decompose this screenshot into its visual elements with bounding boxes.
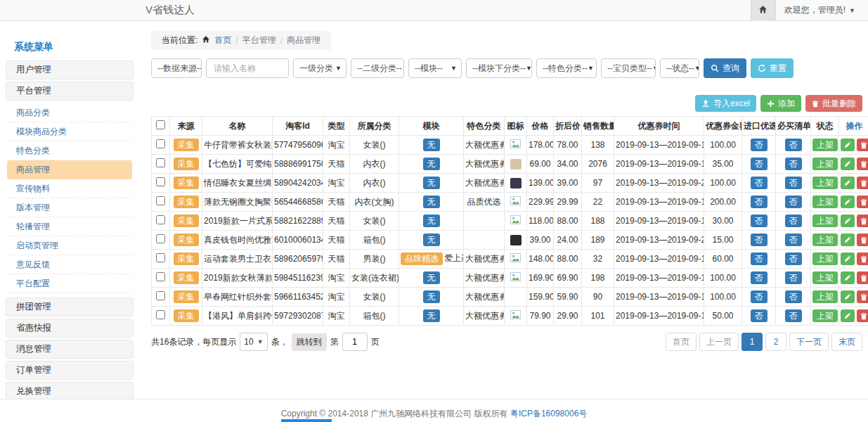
edit-button[interactable] (841, 215, 855, 227)
select-all-checkbox[interactable] (156, 120, 165, 129)
search-button[interactable]: 查询 (704, 58, 746, 78)
edit-button[interactable] (841, 271, 855, 284)
sidebar-item-模块商品分类[interactable]: 模块商品分类 (7, 122, 132, 141)
module-badge[interactable]: 无 (423, 290, 440, 303)
sidebar-item-特色分类[interactable]: 特色分类 (7, 141, 132, 160)
module-badge[interactable]: 无 (423, 177, 440, 189)
module-badge[interactable]: 品牌精选 (401, 252, 443, 265)
row-checkbox[interactable] (156, 215, 165, 224)
导入excel-button[interactable]: 导入excel (695, 95, 756, 112)
name-search-input[interactable] (206, 58, 289, 78)
delete-button[interactable] (857, 177, 868, 189)
row-checkbox[interactable] (156, 158, 165, 167)
sidebar-section-平台管理[interactable]: 平台管理 (6, 82, 134, 101)
row-checkbox[interactable] (156, 139, 165, 148)
import-select-toggle[interactable]: 否 (751, 177, 767, 189)
module-badge[interactable]: 无 (423, 196, 440, 208)
sidebar-item-版本管理[interactable]: 版本管理 (7, 198, 132, 217)
module-badge[interactable]: 无 (423, 139, 440, 151)
icp-link[interactable]: 粤ICP备16098006号 (510, 409, 587, 418)
status-badge[interactable]: 上架 (812, 139, 838, 151)
page-button-上一页[interactable]: 上一页 (699, 333, 739, 351)
sidebar-section-拼团管理[interactable]: 拼团管理 (6, 298, 134, 316)
filter-select-数据来源[interactable]: --数据来源--▼ (151, 58, 202, 78)
sidebar-section-订单管理[interactable]: 订单管理 (6, 361, 134, 380)
module-badge[interactable]: 无 (423, 158, 440, 170)
status-badge[interactable]: 上架 (812, 309, 838, 322)
jump-page-input[interactable] (342, 333, 368, 351)
delete-button[interactable] (857, 252, 868, 265)
page-button-2[interactable]: 2 (765, 333, 786, 351)
filter-select-模块[interactable]: --模块--▼ (408, 58, 462, 78)
sidebar-item-平台配置[interactable]: 平台配置 (7, 274, 132, 293)
import-select-toggle[interactable]: 否 (751, 215, 767, 227)
row-checkbox[interactable] (156, 177, 165, 186)
status-badge[interactable]: 上架 (812, 290, 838, 303)
filter-select-宝贝类型[interactable]: --宝贝类型--▼ (601, 58, 656, 78)
user-menu[interactable]: 欢迎您，管理员! ▼ (776, 4, 868, 16)
status-badge[interactable]: 上架 (812, 196, 838, 208)
import-select-toggle[interactable]: 否 (751, 252, 767, 265)
status-badge[interactable]: 上架 (812, 177, 838, 189)
filter-select-模块下分类[interactable]: --模块下分类--▼ (466, 58, 532, 78)
delete-button[interactable] (857, 309, 868, 322)
edit-button[interactable] (841, 234, 855, 246)
must-buy-toggle[interactable]: 否 (785, 215, 802, 227)
sidebar-item-启动页管理[interactable]: 启动页管理 (7, 236, 132, 255)
reset-button[interactable]: 重置 (751, 58, 793, 78)
import-select-toggle[interactable]: 否 (751, 271, 767, 284)
edit-button[interactable] (841, 196, 855, 208)
status-badge[interactable]: 上架 (812, 215, 838, 227)
row-checkbox[interactable] (156, 253, 165, 262)
row-checkbox[interactable] (156, 310, 165, 319)
delete-button[interactable] (857, 158, 868, 170)
must-buy-toggle[interactable]: 否 (785, 234, 802, 246)
edit-button[interactable] (841, 290, 855, 303)
must-buy-toggle[interactable]: 否 (785, 290, 802, 303)
must-buy-toggle[interactable]: 否 (785, 252, 802, 265)
must-buy-toggle[interactable]: 否 (785, 309, 802, 322)
import-select-toggle[interactable]: 否 (751, 158, 767, 170)
delete-button[interactable] (857, 271, 868, 284)
delete-button[interactable] (857, 215, 868, 227)
delete-button[interactable] (857, 139, 868, 151)
must-buy-toggle[interactable]: 否 (785, 177, 802, 189)
sidebar-item-宣传物料[interactable]: 宣传物料 (7, 179, 132, 198)
module-badge[interactable]: 无 (423, 309, 440, 322)
delete-button[interactable] (857, 234, 868, 246)
home-button[interactable] (751, 0, 776, 21)
批量删除-button[interactable]: 批量删除 (805, 95, 862, 112)
row-checkbox[interactable] (156, 291, 165, 300)
row-checkbox[interactable] (156, 196, 165, 205)
page-button-下一页[interactable]: 下一页 (789, 333, 829, 351)
edit-button[interactable] (841, 309, 855, 322)
filter-select-特色分类[interactable]: --特色分类--▼ (536, 58, 597, 78)
sidebar-section-用户管理[interactable]: 用户管理 (6, 60, 134, 79)
filter-select-二级分类[interactable]: --二级分类--▼ (351, 58, 404, 78)
sidebar-section-兑换管理[interactable]: 兑换管理 (6, 382, 134, 401)
import-select-toggle[interactable]: 否 (751, 139, 767, 151)
module-badge[interactable]: 无 (423, 215, 440, 227)
must-buy-toggle[interactable]: 否 (785, 196, 802, 208)
filter-select-状态[interactable]: --状态--▼ (660, 58, 699, 78)
import-select-toggle[interactable]: 否 (751, 309, 767, 322)
row-checkbox[interactable] (156, 234, 165, 243)
must-buy-toggle[interactable]: 否 (785, 158, 802, 170)
delete-button[interactable] (857, 290, 868, 303)
delete-button[interactable] (857, 196, 868, 208)
filter-select-一级分类[interactable]: 一级分类▼ (293, 58, 346, 78)
import-select-toggle[interactable]: 否 (751, 234, 767, 246)
sidebar-item-商品管理[interactable]: 商品管理 (7, 160, 132, 179)
module-badge[interactable]: 无 (423, 234, 440, 246)
breadcrumb-home-link[interactable]: 首页 (214, 34, 231, 46)
status-badge[interactable]: 上架 (812, 158, 838, 170)
must-buy-toggle[interactable]: 否 (785, 271, 802, 284)
status-badge[interactable]: 上架 (812, 271, 838, 284)
edit-button[interactable] (841, 158, 855, 170)
module-badge[interactable]: 无 (423, 271, 440, 284)
edit-button[interactable] (841, 139, 855, 151)
jump-button[interactable]: 跳转到 (292, 333, 327, 351)
must-buy-toggle[interactable]: 否 (785, 139, 802, 151)
import-select-toggle[interactable]: 否 (751, 196, 767, 208)
添加-button[interactable]: 添加 (760, 95, 801, 112)
